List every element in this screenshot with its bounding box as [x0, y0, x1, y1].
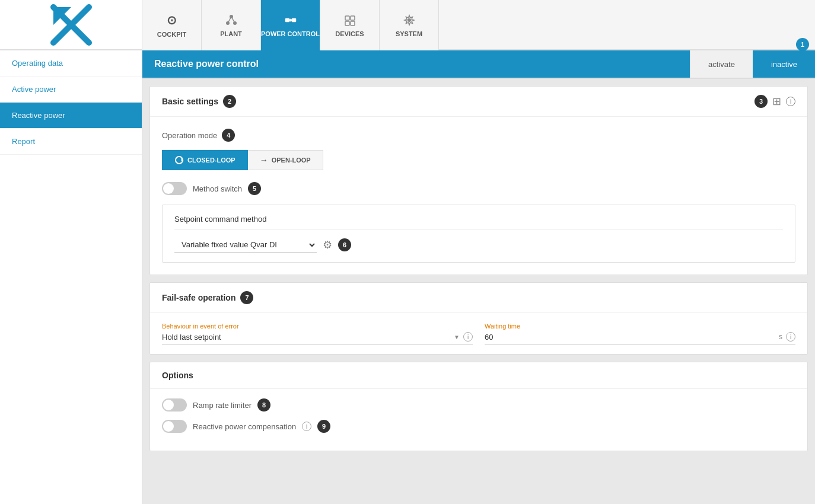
basic-settings-header: Basic settings 2 3 ⊞ i [150, 87, 807, 117]
sidebar-item-reactive-power[interactable]: Reactive power [0, 103, 142, 129]
waiting-time-value: 60 [485, 333, 776, 342]
inactive-tab[interactable]: inactive [753, 50, 815, 78]
basic-settings-section: Basic settings 2 3 ⊞ i Operation mode 4 [149, 86, 808, 275]
operation-mode-row: Operation mode 4 [162, 129, 795, 142]
options-body: Ramp rate limiter 8 Reactive power compe… [150, 389, 807, 451]
badge-8: 8 [257, 398, 270, 412]
nav-tab-cockpit[interactable]: ⊙ COCKPIT [142, 0, 202, 50]
ramp-rate-knob [163, 400, 174, 410]
reactive-comp-knob [163, 421, 174, 432]
setpoint-select-row: Variable fixed value Qvar DI ⚙ 6 [174, 237, 783, 253]
waiting-time-value-row: 60 s i [485, 332, 795, 344]
waiting-time-label: Waiting time [485, 323, 795, 330]
behaviour-label: Behaviour in event of error [162, 323, 473, 330]
svg-line-6 [228, 17, 231, 23]
sidebar: Operating data Active power Reactive pow… [0, 50, 142, 504]
reactive-comp-toggle[interactable] [162, 420, 187, 433]
method-switch-toggle[interactable] [162, 182, 187, 195]
nav-tabs: ⊙ COCKPIT PLANT POWER CONTROL [142, 0, 439, 49]
fail-safe-header: Fail-safe operation 7 [150, 283, 807, 313]
ramp-rate-label: Ramp rate limiter [193, 401, 251, 410]
system-label: SYSTEM [396, 30, 422, 37]
fail-safe-section: Fail-safe operation 7 Behaviour in event… [149, 282, 808, 355]
page-header: Reactive power control activate inactive [142, 50, 815, 79]
ramp-rate-row: Ramp rate limiter 8 [162, 398, 795, 412]
badge-7: 7 [240, 291, 253, 304]
behaviour-value: Hold last setpoint [162, 333, 451, 342]
power-control-label: POWER CONTROL [261, 30, 320, 37]
options-title: Options [150, 362, 807, 389]
fail-safe-title: Fail-safe operation [162, 293, 235, 302]
ramp-rate-toggle[interactable] [162, 398, 187, 412]
badge-2: 2 [223, 95, 236, 108]
operation-mode-label: Operation mode [162, 131, 217, 140]
info-icon-behaviour[interactable]: i [463, 332, 473, 342]
mode-buttons: CLOSED-LOOP → OPEN-LOOP [162, 150, 795, 170]
closed-loop-button[interactable]: CLOSED-LOOP [162, 150, 248, 170]
badge-6: 6 [338, 238, 351, 251]
method-switch-row: Method switch 5 [162, 182, 795, 195]
method-switch-label: Method switch [193, 184, 242, 193]
page-title: Reactive power control [142, 50, 690, 78]
logo-icon [50, 4, 92, 46]
svg-line-7 [231, 17, 235, 23]
svg-rect-11 [345, 16, 349, 20]
info-icon-reactive-comp[interactable]: i [302, 422, 311, 431]
power-control-icon [284, 14, 297, 27]
waiting-time-unit: s [779, 333, 782, 341]
cockpit-label: COCKPIT [157, 31, 187, 38]
activate-tab[interactable]: activate [690, 50, 753, 78]
info-icon-waiting[interactable]: i [786, 332, 795, 342]
setpoint-select[interactable]: Variable fixed value Qvar DI [174, 237, 317, 253]
reactive-comp-row: Reactive power compensation i 9 [162, 420, 795, 433]
sidebar-item-operating-data[interactable]: Operating data [0, 50, 142, 76]
top-badge: 1 [796, 38, 809, 51]
settings-gear-icon[interactable]: ⚙ [323, 238, 332, 251]
system-icon [403, 14, 416, 27]
badge-5: 5 [248, 182, 261, 195]
logo-area [0, 0, 142, 49]
nav-tab-system[interactable]: SYSTEM [380, 0, 439, 50]
sidebar-item-active-power[interactable]: Active power [0, 76, 142, 103]
nav-tab-devices[interactable]: DEVICES [320, 0, 380, 50]
svg-point-15 [408, 18, 411, 22]
toggle-knob [163, 183, 174, 194]
cockpit-icon: ⊙ [167, 13, 177, 27]
info-icon-header[interactable]: i [786, 97, 795, 106]
options-section: Options Ramp rate limiter 8 Reactive pow… [149, 362, 808, 451]
reactive-comp-label: Reactive power compensation [193, 422, 296, 431]
badge-4: 4 [222, 129, 235, 142]
open-loop-button[interactable]: → OPEN-LOOP [248, 150, 323, 170]
behaviour-value-row: Hold last setpoint ▼ i [162, 332, 473, 344]
nav-tab-plant[interactable]: PLANT [202, 0, 261, 50]
nav-tab-power-control[interactable]: POWER CONTROL [261, 0, 320, 50]
setpoint-box: Setpoint command method Variable fixed v… [162, 205, 795, 263]
devices-label: DEVICES [335, 30, 364, 37]
grid-view-icon[interactable]: ⊞ [772, 95, 781, 108]
svg-rect-13 [345, 21, 349, 25]
plant-icon [225, 14, 238, 27]
badge-9: 9 [317, 420, 330, 433]
dropdown-arrow-icon[interactable]: ▼ [454, 334, 460, 340]
badge-3: 3 [754, 95, 768, 108]
basic-settings-title: Basic settings [162, 97, 218, 106]
svg-rect-12 [351, 16, 355, 20]
setpoint-title: Setpoint command method [174, 215, 783, 230]
basic-settings-body: Operation mode 4 CLOSED-LOOP → [150, 117, 807, 275]
behaviour-col: Behaviour in event of error Hold last se… [162, 323, 473, 344]
svg-rect-14 [351, 21, 355, 25]
closed-loop-icon [174, 155, 184, 165]
open-loop-arrow-icon: → [260, 155, 268, 165]
fail-safe-body: Behaviour in event of error Hold last se… [150, 313, 807, 354]
plant-label: PLANT [220, 30, 242, 37]
waiting-time-col: Waiting time 60 s i [485, 323, 795, 344]
sidebar-item-report[interactable]: Report [0, 129, 142, 155]
header-tabs: activate inactive [690, 50, 815, 78]
main-content: Reactive power control activate inactive… [142, 50, 815, 504]
devices-icon [343, 14, 356, 27]
